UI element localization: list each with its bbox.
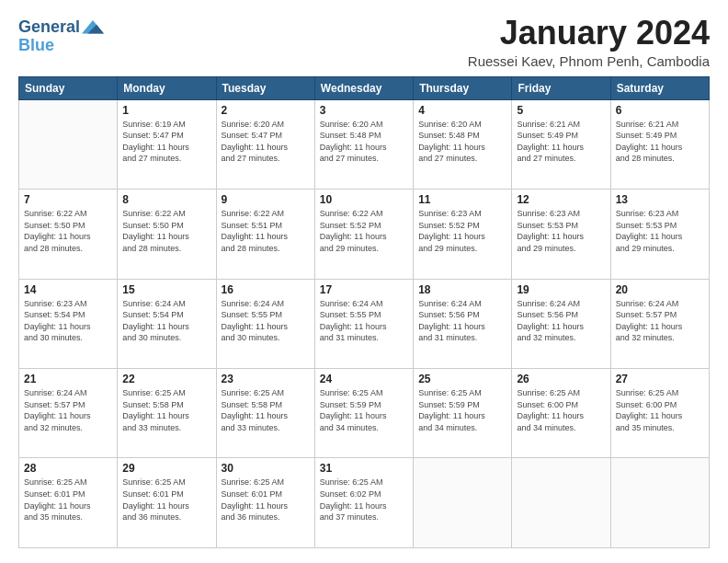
header-cell-wednesday: Wednesday — [314, 76, 413, 99]
month-title: January 2024 — [468, 15, 710, 52]
day-info: Sunrise: 6:21 AMSunset: 5:49 PMDaylight:… — [616, 119, 704, 165]
header-cell-thursday: Thursday — [414, 76, 512, 99]
title-area: January 2024 Ruessei Kaev, Phnom Penh, C… — [468, 15, 710, 69]
day-cell-21: 21Sunrise: 6:24 AMSunset: 5:57 PMDayligh… — [19, 369, 118, 458]
day-number: 12 — [517, 193, 605, 206]
day-number: 31 — [320, 462, 408, 475]
day-cell-13: 13Sunrise: 6:23 AMSunset: 5:53 PMDayligh… — [610, 190, 709, 279]
day-number: 21 — [24, 373, 112, 385]
day-info: Sunrise: 6:20 AMSunset: 5:47 PMDaylight:… — [222, 119, 310, 165]
day-info: Sunrise: 6:21 AMSunset: 5:49 PMDaylight:… — [517, 119, 605, 165]
day-cell-5: 5Sunrise: 6:21 AMSunset: 5:49 PMDaylight… — [512, 99, 610, 189]
empty-cell — [19, 99, 118, 189]
day-number: 5 — [517, 104, 605, 117]
day-cell-9: 9Sunrise: 6:22 AMSunset: 5:51 PMDaylight… — [216, 190, 314, 279]
header-cell-monday: Monday — [118, 76, 216, 99]
day-number: 26 — [517, 373, 605, 385]
week-row-1: 1Sunrise: 6:19 AMSunset: 5:47 PMDaylight… — [19, 99, 710, 189]
empty-cell — [512, 458, 610, 548]
day-cell-26: 26Sunrise: 6:25 AMSunset: 6:00 PMDayligh… — [512, 369, 610, 458]
day-cell-3: 3Sunrise: 6:20 AMSunset: 5:48 PMDaylight… — [314, 99, 413, 189]
day-info: Sunrise: 6:24 AMSunset: 5:56 PMDaylight:… — [517, 298, 605, 344]
day-info: Sunrise: 6:19 AMSunset: 5:47 PMDaylight:… — [122, 119, 210, 165]
day-cell-27: 27Sunrise: 6:25 AMSunset: 6:00 PMDayligh… — [610, 369, 709, 458]
day-info: Sunrise: 6:22 AMSunset: 5:50 PMDaylight:… — [24, 208, 112, 254]
header-cell-friday: Friday — [512, 76, 610, 99]
day-cell-24: 24Sunrise: 6:25 AMSunset: 5:59 PMDayligh… — [314, 369, 413, 458]
header-cell-tuesday: Tuesday — [216, 76, 314, 99]
day-number: 25 — [418, 373, 506, 385]
day-number: 15 — [122, 283, 210, 296]
day-cell-20: 20Sunrise: 6:24 AMSunset: 5:57 PMDayligh… — [610, 279, 709, 368]
day-cell-8: 8Sunrise: 6:22 AMSunset: 5:50 PMDaylight… — [118, 190, 216, 279]
day-info: Sunrise: 6:23 AMSunset: 5:54 PMDaylight:… — [24, 298, 112, 344]
day-info: Sunrise: 6:25 AMSunset: 6:01 PMDaylight:… — [24, 477, 112, 523]
day-number: 29 — [122, 462, 210, 475]
day-number: 30 — [222, 462, 310, 475]
day-number: 18 — [418, 283, 506, 296]
empty-cell — [610, 458, 709, 548]
week-row-2: 7Sunrise: 6:22 AMSunset: 5:50 PMDaylight… — [19, 190, 710, 279]
header: General Blue January 2024 Ruessei Kaev, … — [18, 15, 710, 69]
day-info: Sunrise: 6:25 AMSunset: 5:58 PMDaylight:… — [222, 387, 310, 433]
day-number: 16 — [222, 283, 310, 296]
header-row: SundayMondayTuesdayWednesdayThursdayFrid… — [19, 76, 710, 99]
day-cell-15: 15Sunrise: 6:24 AMSunset: 5:54 PMDayligh… — [118, 279, 216, 368]
day-number: 13 — [616, 193, 704, 206]
day-number: 23 — [222, 373, 310, 385]
day-cell-25: 25Sunrise: 6:25 AMSunset: 5:59 PMDayligh… — [414, 369, 512, 458]
logo: General Blue — [18, 18, 104, 55]
day-info: Sunrise: 6:20 AMSunset: 5:48 PMDaylight:… — [418, 119, 506, 165]
header-cell-sunday: Sunday — [19, 76, 118, 99]
day-cell-22: 22Sunrise: 6:25 AMSunset: 5:58 PMDayligh… — [118, 369, 216, 458]
day-number: 20 — [616, 283, 704, 296]
day-cell-1: 1Sunrise: 6:19 AMSunset: 5:47 PMDaylight… — [118, 99, 216, 189]
logo-blue: Blue — [18, 37, 104, 55]
day-cell-30: 30Sunrise: 6:25 AMSunset: 6:01 PMDayligh… — [216, 458, 314, 548]
day-info: Sunrise: 6:22 AMSunset: 5:50 PMDaylight:… — [122, 208, 210, 254]
empty-cell — [414, 458, 512, 548]
day-info: Sunrise: 6:25 AMSunset: 5:59 PMDaylight:… — [320, 387, 408, 433]
header-cell-saturday: Saturday — [610, 76, 709, 99]
day-number: 3 — [320, 104, 408, 117]
day-number: 10 — [320, 193, 408, 206]
day-number: 14 — [24, 283, 112, 296]
day-info: Sunrise: 6:23 AMSunset: 5:53 PMDaylight:… — [616, 208, 704, 254]
day-info: Sunrise: 6:25 AMSunset: 6:01 PMDaylight:… — [122, 477, 210, 523]
subtitle: Ruessei Kaev, Phnom Penh, Cambodia — [468, 53, 710, 69]
day-cell-16: 16Sunrise: 6:24 AMSunset: 5:55 PMDayligh… — [216, 279, 314, 368]
day-info: Sunrise: 6:24 AMSunset: 5:57 PMDaylight:… — [24, 387, 112, 433]
day-cell-12: 12Sunrise: 6:23 AMSunset: 5:53 PMDayligh… — [512, 190, 610, 279]
logo-text: General — [18, 18, 80, 37]
day-cell-29: 29Sunrise: 6:25 AMSunset: 6:01 PMDayligh… — [118, 458, 216, 548]
day-cell-28: 28Sunrise: 6:25 AMSunset: 6:01 PMDayligh… — [19, 458, 118, 548]
day-cell-19: 19Sunrise: 6:24 AMSunset: 5:56 PMDayligh… — [512, 279, 610, 368]
day-number: 7 — [24, 193, 112, 206]
day-info: Sunrise: 6:25 AMSunset: 5:58 PMDaylight:… — [122, 387, 210, 433]
day-number: 19 — [517, 283, 605, 296]
day-number: 22 — [122, 373, 210, 385]
day-cell-7: 7Sunrise: 6:22 AMSunset: 5:50 PMDaylight… — [19, 190, 118, 279]
day-number: 2 — [222, 104, 310, 117]
day-info: Sunrise: 6:25 AMSunset: 6:00 PMDaylight:… — [616, 387, 704, 433]
day-number: 27 — [616, 373, 704, 385]
week-row-3: 14Sunrise: 6:23 AMSunset: 5:54 PMDayligh… — [19, 279, 710, 368]
day-info: Sunrise: 6:24 AMSunset: 5:55 PMDaylight:… — [320, 298, 408, 344]
day-cell-6: 6Sunrise: 6:21 AMSunset: 5:49 PMDaylight… — [610, 99, 709, 189]
page: General Blue January 2024 Ruessei Kaev, … — [0, 0, 728, 563]
day-cell-18: 18Sunrise: 6:24 AMSunset: 5:56 PMDayligh… — [414, 279, 512, 368]
logo-icon — [82, 18, 104, 37]
day-number: 6 — [616, 104, 704, 117]
day-info: Sunrise: 6:22 AMSunset: 5:51 PMDaylight:… — [222, 208, 310, 254]
day-info: Sunrise: 6:25 AMSunset: 5:59 PMDaylight:… — [418, 387, 506, 433]
day-info: Sunrise: 6:20 AMSunset: 5:48 PMDaylight:… — [320, 119, 408, 165]
day-cell-10: 10Sunrise: 6:22 AMSunset: 5:52 PMDayligh… — [314, 190, 413, 279]
day-number: 17 — [320, 283, 408, 296]
day-info: Sunrise: 6:25 AMSunset: 6:01 PMDaylight:… — [222, 477, 310, 523]
calendar-table: SundayMondayTuesdayWednesdayThursdayFrid… — [18, 76, 710, 548]
day-info: Sunrise: 6:25 AMSunset: 6:00 PMDaylight:… — [517, 387, 605, 433]
day-info: Sunrise: 6:22 AMSunset: 5:52 PMDaylight:… — [320, 208, 408, 254]
day-number: 28 — [24, 462, 112, 475]
day-number: 8 — [122, 193, 210, 206]
week-row-4: 21Sunrise: 6:24 AMSunset: 5:57 PMDayligh… — [19, 369, 710, 458]
